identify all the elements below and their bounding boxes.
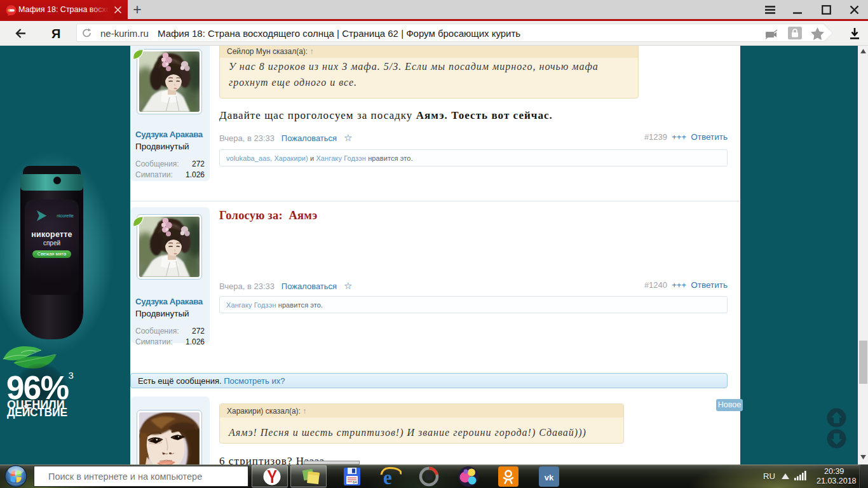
svg-text:vk: vk bbox=[545, 473, 554, 482]
svg-text:64: 64 bbox=[353, 480, 357, 484]
